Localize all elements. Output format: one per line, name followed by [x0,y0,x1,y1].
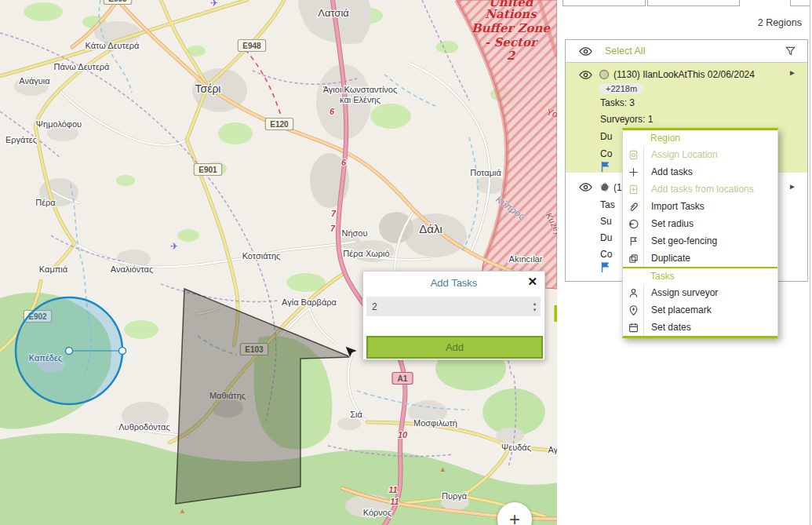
tasks-count: Tas [600,199,615,210]
region-title: (1 [614,182,622,193]
map-label: 2 [507,49,516,63]
map-label: Λυθροδόντας [118,422,169,432]
assign-surveyor-menu-item[interactable]: Assign surveyor [623,284,777,301]
map-label: Κοτσιάτης [242,251,281,261]
panel-edge-line [810,0,810,525]
map-label: Εργάτες [5,135,37,144]
map-label: Τσέρι [195,82,221,95]
region-title: (1130) IlanLookAtThis 02/06/2024 [614,69,755,80]
airport-icon: ✈ [210,0,218,9]
map-label: Πυργά [442,491,468,501]
top-input-left[interactable] [563,0,646,6]
map-label: 11 [388,485,397,494]
comment-line: Co [600,148,612,159]
map-label: 6 [330,107,335,116]
map-label: E905 [108,0,127,3]
set-dates-menu-item[interactable]: Set dates [623,319,777,336]
eye-icon[interactable] [578,46,593,57]
filter-icon[interactable] [785,46,796,57]
peak-icon: ▲ [439,465,446,473]
menu-item-label: Set placemark [644,304,712,315]
close-icon[interactable]: ✕ [527,275,537,289]
map-label: Buffer Zone [472,21,551,35]
top-corner-box[interactable] [790,0,810,6]
map-label: 10 [398,430,408,439]
select-all-row[interactable]: Select All [566,40,807,63]
person-icon [623,284,644,301]
road-shield: A1 [392,373,413,385]
expand-arrow-icon[interactable]: ► [788,68,796,77]
comment-line: Co [600,249,612,260]
surveyors-count: Surveyors: 1 [600,114,653,125]
map-label: E901 [198,166,217,174]
map-label: Nations [485,7,537,21]
set-geo-fencing-menu-item[interactable]: Set geo-fencing [623,232,777,250]
surveyors-count: Su [600,216,612,227]
menu-item-label: Add tasks [644,166,693,177]
task-count-input[interactable]: 2 ▲ ▼ [366,297,541,316]
plus-icon [623,163,644,180]
menu-item-label: Set dates [644,322,691,333]
set-radius-menu-item[interactable]: Set radius [623,215,777,232]
duplicate-icon [623,250,644,267]
map-label: Ψευδάς [501,443,531,452]
add-tasks-menu-item[interactable]: Add tasks [623,163,777,180]
add-from-locations-icon [623,180,644,198]
add-button[interactable]: Add [366,336,543,359]
map-label: - Sector [485,35,539,49]
app-window: ✈ ✈ ▲ ▲ E905E948E120E901E902E103A1 66771… [0,0,812,525]
map-label: A1 [398,374,408,383]
map-label: 7 [330,224,336,233]
menu-item-label: Set geo-fencing [644,235,717,246]
top-input-right[interactable] [647,0,740,6]
menu-item-label: Assign surveyor [644,287,718,298]
regions-count-label: 2 Regions [758,17,802,28]
map-label: Πέρα Χωριό [343,249,389,258]
map-label: Λατσιά [318,7,349,19]
map-label: Δάλι [419,222,442,235]
task-count-value: 2 [366,301,529,312]
road-shield: E905 [104,0,131,5]
map-label: E120 [270,120,289,129]
circle-shape-icon [599,69,610,80]
map-label: Μοσφιλωτή [413,418,457,428]
map-label: Νήσου [342,228,368,238]
map-label: Αναλιόντας [111,264,153,274]
map-label: 7 [331,209,337,218]
import-tasks-menu-item[interactable]: Import Tasks [623,198,777,215]
eye-icon[interactable] [578,70,593,80]
dialog-title: Add Tasks [363,277,544,289]
map-label: Πάνω Δευτερά [54,62,111,71]
map-label: Ψημολόφου [36,119,82,129]
map-label: Akıncılar [509,254,543,264]
circle-center-handle[interactable] [66,348,73,355]
map-label: Ανάγυια [19,76,50,86]
assign-location-icon [623,146,644,163]
menu-item-label: Duplicate [644,253,690,264]
road-shield: E120 [265,118,293,130]
stepper-down-icon[interactable]: ▼ [533,308,537,312]
road-shield: E948 [238,40,265,52]
map-canvas[interactable]: ✈ ✈ ▲ ▲ E905E948E120E901E902E103A1 66771… [0,0,557,525]
map-label: E948 [242,42,261,50]
eye-icon[interactable] [578,182,593,192]
calendar-icon [623,319,644,336]
menu-section-header: Region [623,130,777,146]
select-all-label[interactable]: Select All [605,46,645,57]
paperclip-icon [623,198,644,215]
peak-icon: ▲ [179,507,186,515]
duration-line: Du [600,232,612,243]
circle-radius-handle[interactable] [119,348,126,355]
map-label: Καμπιά [39,264,68,274]
duration-line: Du [600,131,612,142]
duplicate-menu-item[interactable]: Duplicate [623,250,777,267]
assign-location-menu-item: Assign Location [623,146,777,163]
stepper-up-icon[interactable]: ▲ [533,301,537,306]
flag-icon [599,160,611,173]
map-label: και Ελένης [340,95,381,104]
map-label: Ποταμιά [470,168,501,177]
number-stepper[interactable]: ▲ ▼ [529,301,541,312]
radius-icon [623,215,644,232]
expand-arrow-icon[interactable]: ► [788,182,796,191]
set-placemark-menu-item[interactable]: Set placemark [623,301,777,319]
